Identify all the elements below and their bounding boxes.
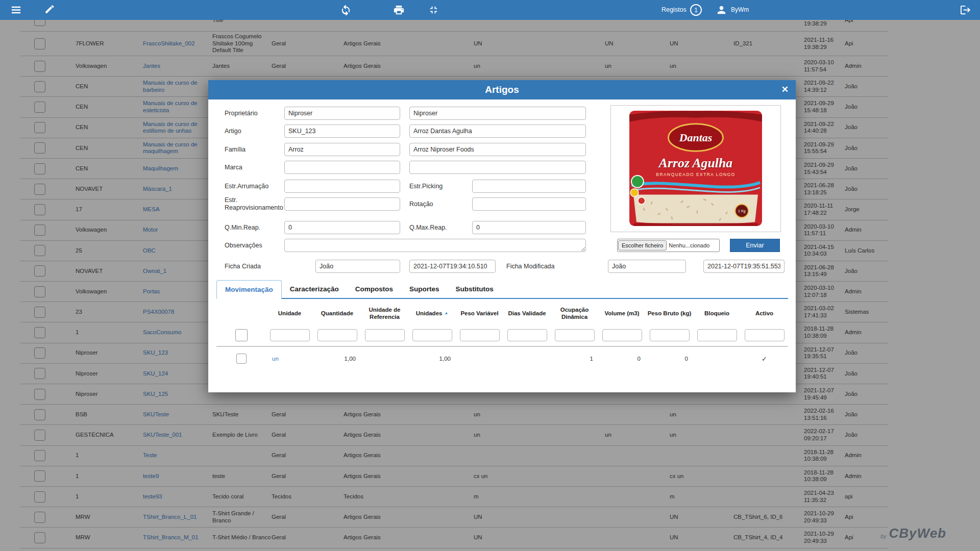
registos-count-badge: 1 [690,4,702,16]
rotacao-input[interactable] [472,197,586,211]
user-name[interactable]: ByWm [731,0,749,20]
product-image: Dantas Arroz Agulha Arroz Agulha BRANQUE… [610,105,781,232]
filter-input-7[interactable] [602,329,642,341]
registos-label: Registos [662,0,687,20]
proprietario-input[interactable] [284,107,400,120]
column-header-activo[interactable]: Activo [741,303,788,324]
tab-compostos[interactable]: Compostos [347,280,401,299]
column-header-peso-bruto-kg-[interactable]: Peso Bruto (kg) [646,303,693,324]
tab-suportes[interactable]: Suportes [401,280,448,299]
artigo-input[interactable] [284,124,400,138]
ficha-criada-datetime-input[interactable] [409,260,496,273]
estr-picking-input[interactable] [472,180,586,193]
qmax-input[interactable] [472,221,586,234]
movement-cell-7: 0 [598,351,646,366]
filter-input-0[interactable] [270,329,310,341]
filter-input-2[interactable] [365,329,405,341]
modal-tabs: MovimentaçãoCaracterizaçãoCompostosSupor… [216,280,502,299]
movement-cell-10: ✓ [741,351,788,366]
movements-table-header: UnidadeQuantidadeUnidade de ReferenciaUn… [216,303,788,324]
ficha-modificada-datetime-input[interactable] [703,260,785,273]
column-header-unidades[interactable]: Unidades▲ [408,303,456,324]
choose-file-button[interactable]: Escolher ficheiro [618,240,667,251]
sort-asc-icon: ▲ [444,311,448,316]
product-title: Arroz Agulha [658,156,733,170]
estr-picking-label: Estr.Picking [409,180,465,193]
top-bar: Registos 1 ByWm [0,0,980,20]
user-icon[interactable] [716,4,727,16]
estr-reaprovisionamento-input[interactable] [284,197,400,211]
ficha-modificada-user-input[interactable] [608,260,686,273]
qmin-label: Q.Min.Reap. [225,221,284,234]
qmin-input[interactable] [284,221,400,234]
artigo-label: Artigo [225,124,284,138]
column-header-unidade[interactable]: Unidade [266,303,313,324]
column-header-ocupacao-dinamica[interactable]: Ocupação Dinâmica [551,303,598,324]
compress-icon[interactable] [428,4,439,16]
estr-reaprovisionamento-label: Estr. Reaprovisionamento [225,197,284,211]
artigo-desc-input[interactable] [409,124,586,138]
column-header-unidade-de-referencia[interactable]: Unidade de Referencia [361,303,408,324]
proprietario-desc-input[interactable] [409,107,586,120]
filter-input-10[interactable] [745,329,785,341]
menu-icon[interactable] [10,4,22,16]
filter-input-4[interactable] [460,329,500,341]
tab-movimentacao[interactable]: Movimentação [216,280,282,299]
rotacao-label: Rotação [409,197,465,211]
movement-cell-4 [456,351,503,366]
filter-input-8[interactable] [650,329,690,341]
movement-row: un1,001,00100✓ [216,351,788,366]
logout-icon[interactable] [960,4,971,16]
movement-cell-5 [503,351,551,366]
product-brand: Dantas [679,132,712,144]
observacoes-textarea[interactable] [284,239,586,252]
filter-input-9[interactable] [697,329,737,341]
movements-filter-row [216,328,788,342]
column-header-quantidade[interactable]: Quantidade [313,303,361,324]
filter-input-1[interactable] [317,329,357,341]
print-icon[interactable] [393,4,405,16]
ficha-criada-user-input[interactable] [315,260,400,273]
send-button[interactable]: Enviar [730,239,780,252]
filter-input-5[interactable] [507,329,547,341]
table-divider [216,346,788,347]
column-header-peso-variavel[interactable]: Peso Variável [456,303,503,324]
estr-arrumacao-label: Estr.Arrumação [225,180,284,193]
movement-cell-2 [361,351,408,366]
ficha-criada-label: Ficha Criada [225,260,284,273]
filter-input-6[interactable] [555,329,595,341]
close-icon[interactable]: ✕ [781,80,789,99]
tab-caracterizacao[interactable]: Caracterização [282,280,347,299]
marca-label: Marca [225,161,284,174]
product-weight: 1 Kg [738,209,745,213]
marca-input[interactable] [284,161,400,174]
movement-cell-9 [693,351,741,366]
movement-cell-8: 0 [646,351,693,366]
movement-cell-3: 1,00 [408,351,456,366]
proprietario-label: Proprietário [225,107,284,120]
qmax-label: Q.Max.Reap. [409,221,465,234]
familia-label: Família [225,143,284,156]
modal-body: Proprietário Artigo Família Marca Estr.A… [208,99,796,392]
column-header-bloqueio[interactable]: Bloqueio [693,303,741,324]
estr-arrumacao-input[interactable] [284,180,400,193]
edit-pencil-icon[interactable] [44,4,56,16]
movement-row-checkbox[interactable] [236,354,247,364]
observacoes-label: Observações [225,239,284,252]
refresh-icon[interactable] [340,4,352,16]
familia-input[interactable] [284,143,400,156]
marca-desc-input[interactable] [409,161,586,174]
artigos-modal: Artigos ✕ Proprietário Artigo Família Ma… [208,80,796,392]
column-header-volume-m3-[interactable]: Volume (m3) [598,303,646,324]
product-subtitle: BRANQUEADO EXTRA LONGO [656,172,735,177]
modal-title: Artigos [208,80,796,99]
familia-desc-input[interactable] [409,143,586,156]
tab-substitutos[interactable]: Substitutos [448,280,502,299]
movement-cell-1: 1,00 [313,351,361,366]
movement-cell-6: 1 [551,351,598,366]
filter-input-3[interactable] [412,329,452,341]
file-input-group: Escolher ficheiro Nenhu...cionado [617,239,720,252]
column-header-dias-validade[interactable]: Dias Validade [503,303,551,324]
filter-select-all-checkbox[interactable] [235,329,248,341]
unit-link[interactable]: un [266,351,313,366]
